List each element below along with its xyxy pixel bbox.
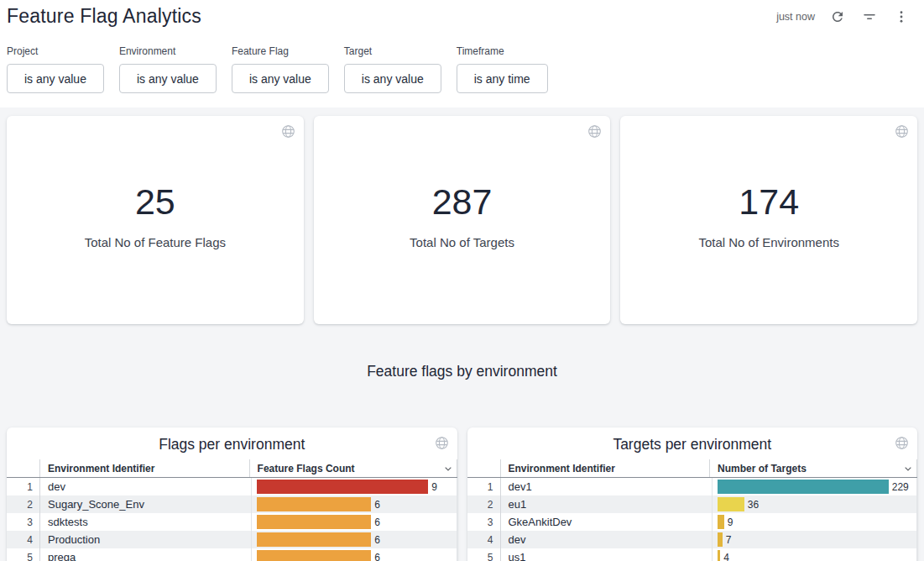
- more-options-button[interactable]: [892, 8, 911, 26]
- filter-label: Target: [344, 45, 441, 57]
- filter-bar: Project is any value Environment is any …: [7, 45, 917, 93]
- measure-cell[interactable]: 229: [713, 478, 917, 495]
- filter-value-button[interactable]: is any value: [344, 64, 441, 93]
- bar-value-label: 6: [374, 552, 380, 561]
- value-bar: [718, 515, 724, 529]
- column-header-measure[interactable]: Feature Flags Count: [250, 459, 457, 477]
- targets-per-environment-card: Targets per environment Environment Iden…: [467, 427, 918, 561]
- column-header-label: Number of Targets: [718, 463, 807, 474]
- tile-globe-button[interactable]: [587, 123, 603, 139]
- environment-identifier-cell[interactable]: GkeAnkitDev: [501, 513, 713, 531]
- row-number: 4: [467, 531, 501, 548]
- tile-globe-button[interactable]: [894, 435, 910, 451]
- measure-cell[interactable]: 9: [713, 513, 917, 531]
- value-bar: [718, 480, 889, 494]
- value-bar: [718, 497, 744, 511]
- table-row: 5prega6: [7, 548, 457, 561]
- environment-identifier-cell[interactable]: dev: [501, 531, 713, 548]
- table-header-row: Environment Identifier Number of Targets: [467, 459, 918, 478]
- filter-label: Project: [7, 45, 104, 57]
- refresh-status: just now: [776, 11, 815, 23]
- row-number: 1: [467, 478, 501, 495]
- kpi-row: 25 Total No of Feature Flags 287 Total N…: [7, 116, 917, 324]
- measure-cell[interactable]: 6: [252, 548, 457, 561]
- value-bar: [257, 515, 371, 529]
- environment-identifier-cell[interactable]: eu1: [501, 495, 713, 513]
- tile-globe-button[interactable]: [280, 123, 296, 139]
- measure-cell[interactable]: 9: [252, 478, 457, 495]
- filter-value-button[interactable]: is any value: [7, 64, 104, 93]
- environment-identifier-cell[interactable]: dev1: [501, 478, 713, 495]
- filter-timeframe: Timeframe is any time: [457, 45, 548, 93]
- refresh-button[interactable]: [828, 8, 847, 26]
- environment-identifier-cell[interactable]: sdktests: [40, 513, 252, 531]
- environment-identifier-cell[interactable]: prega: [40, 548, 252, 561]
- table-row: 2Sugary_Scone_Env6: [7, 495, 457, 513]
- value-bar: [257, 550, 371, 561]
- measure-cell[interactable]: 4: [713, 548, 917, 561]
- measure-cell[interactable]: 6: [252, 513, 457, 531]
- row-number: 3: [467, 513, 501, 531]
- row-number-header: [7, 459, 40, 477]
- chart-title: Flags per environment: [7, 427, 457, 459]
- environment-identifier-cell[interactable]: dev: [40, 478, 252, 495]
- header-actions: just now: [776, 5, 911, 29]
- table-row: 4dev7: [467, 531, 918, 548]
- bar-value-label: 6: [374, 534, 380, 546]
- environment-identifier-cell[interactable]: us1: [501, 548, 713, 561]
- column-header-identifier[interactable]: Environment Identifier: [501, 459, 711, 477]
- table-body: 1dev92Sugary_Scone_Env63sdktests64Produc…: [7, 478, 457, 561]
- globe-icon: [894, 123, 910, 139]
- dashboard-body: 25 Total No of Feature Flags 287 Total N…: [0, 107, 924, 561]
- bar-value-label: 4: [723, 552, 729, 561]
- table-row: 3GkeAnkitDev9: [467, 513, 918, 531]
- bar-value-label: 36: [748, 499, 759, 511]
- chevron-down-icon[interactable]: [441, 462, 455, 475]
- globe-icon: [280, 123, 296, 139]
- kpi-value: 25: [135, 184, 175, 220]
- filter-feature-flag: Feature Flag is any value: [232, 45, 329, 93]
- row-number: 4: [7, 531, 40, 548]
- measure-cell[interactable]: 36: [713, 495, 917, 513]
- data-table: Environment Identifier Feature Flags Cou…: [7, 459, 457, 561]
- column-header-identifier[interactable]: Environment Identifier: [40, 459, 250, 477]
- filter-label: Timeframe: [457, 45, 548, 57]
- value-bar: [257, 480, 428, 494]
- filter-value-button[interactable]: is any value: [119, 64, 217, 93]
- globe-icon: [587, 123, 603, 139]
- tables-row: Flags per environment Environment Identi…: [7, 427, 917, 561]
- kpi-card-environments: 174 Total No of Environments: [620, 116, 917, 324]
- flags-per-environment-card: Flags per environment Environment Identi…: [7, 427, 457, 561]
- tile-globe-button[interactable]: [434, 435, 450, 451]
- measure-cell[interactable]: 6: [252, 495, 457, 513]
- value-bar: [257, 497, 371, 511]
- filter-value-button[interactable]: is any value: [232, 64, 329, 93]
- filter-label: Feature Flag: [232, 45, 329, 57]
- row-number: 3: [7, 513, 40, 531]
- row-number: 5: [7, 548, 40, 561]
- measure-cell[interactable]: 7: [713, 531, 917, 548]
- table-row: 2eu136: [467, 495, 918, 513]
- globe-icon: [894, 435, 910, 451]
- measure-cell[interactable]: 6: [252, 531, 457, 548]
- kpi-label: Total No of Environments: [698, 235, 839, 249]
- bar-value-label: 6: [374, 516, 380, 528]
- chevron-down-icon[interactable]: [901, 462, 915, 475]
- row-number: 2: [467, 495, 501, 513]
- environment-identifier-cell[interactable]: Production: [40, 531, 252, 548]
- table-row: 4Production6: [7, 531, 457, 548]
- filter-value-button[interactable]: is any time: [457, 64, 548, 93]
- bar-value-label: 7: [726, 534, 732, 546]
- filter-toggle-button[interactable]: [860, 8, 879, 26]
- bar-value-label: 9: [728, 516, 733, 528]
- row-number: 1: [7, 478, 40, 495]
- dashboard-header: Feature Flag Analytics just now Project …: [0, 0, 924, 107]
- filter-icon: [862, 9, 877, 24]
- tile-globe-button[interactable]: [894, 123, 910, 139]
- filter-project: Project is any value: [7, 45, 104, 93]
- section-title: Feature flags by environment: [7, 324, 917, 427]
- bar-value-label: 229: [892, 481, 909, 493]
- column-header-measure[interactable]: Number of Targets: [710, 459, 917, 477]
- environment-identifier-cell[interactable]: Sugary_Scone_Env: [40, 495, 252, 513]
- kebab-menu-icon: [894, 9, 909, 24]
